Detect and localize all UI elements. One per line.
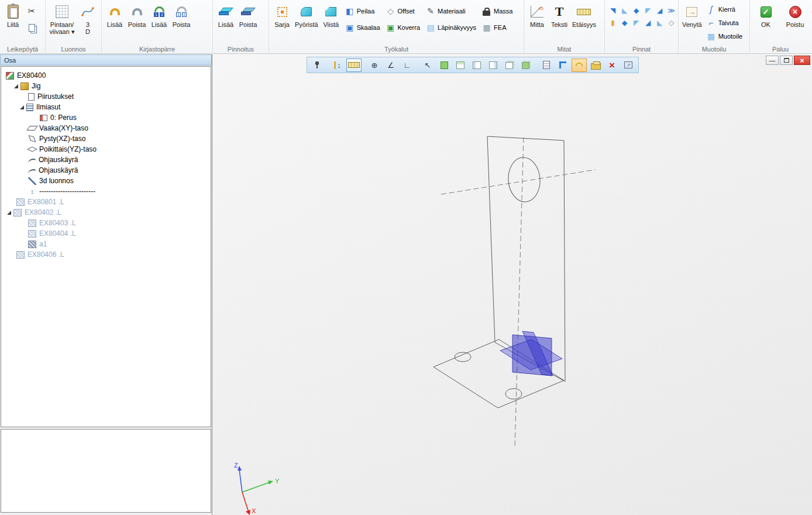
tree-item-base-instance[interactable]: 0: Perus	[1, 112, 211, 123]
tree-item-ex80406[interactable]: EX80406 .L	[1, 249, 211, 260]
offset-button[interactable]: ◇ Offset	[384, 4, 423, 19]
minimize-button[interactable]: —	[766, 56, 779, 65]
stretch-icon: →	[686, 7, 697, 17]
fillet-button[interactable]: Pyöristä	[294, 2, 319, 43]
sketch-on-surface-button[interactable]: Pintaan/ viivaan ▾	[48, 2, 76, 43]
surface-tool-1-button[interactable]: ◥	[607, 5, 618, 16]
plot-button[interactable]	[588, 59, 603, 72]
tree-item-instances[interactable]: Ilmiasut	[1, 102, 211, 112]
ribbon-group-tools: Sarja Pyöristä Viistä ◧ Peilaa ▣	[269, 0, 524, 53]
distance-button[interactable]: Etäisyys	[571, 2, 597, 43]
tree-item-ex80403[interactable]: EX80403 .L	[1, 218, 211, 228]
expand-arrow-icon[interactable]	[7, 211, 11, 215]
hollow-button[interactable]: ▣ Koverra	[384, 20, 423, 35]
tree-item-xy-plane[interactable]: Vaaka(XY)-taso	[1, 123, 211, 133]
sketch-icon	[28, 177, 36, 185]
export-view-button[interactable]: ↗	[621, 59, 636, 72]
tree-item-guide-curve-2[interactable]: Ohjauskäyrä	[1, 165, 211, 176]
badge-1: 1	[154, 12, 159, 17]
surface-tool-3-button[interactable]: ◆	[631, 5, 642, 16]
exit-button[interactable]: × Poistu	[785, 2, 806, 43]
select-filter-button[interactable]: ↖	[420, 59, 435, 72]
tree-item-ex80400[interactable]: EX80400	[1, 70, 211, 81]
copy-icon	[29, 24, 35, 32]
tree-item-a1[interactable]: a1	[1, 239, 211, 249]
tree-item-yz-plane[interactable]: Poikittais(YZ)-taso	[1, 144, 211, 154]
exit-icon: ×	[789, 6, 801, 18]
series-button[interactable]: Sarja	[271, 2, 293, 43]
snap-angle-button[interactable]: ∠	[383, 59, 398, 72]
transparency-button[interactable]: ▤ Läpinäkyvyys	[424, 20, 479, 35]
fea-button[interactable]: ▦ FEA	[480, 20, 515, 35]
dimension-button[interactable]: 45 Mitta	[527, 2, 548, 43]
delete-surface-button[interactable]: ×	[604, 59, 620, 72]
bend-button[interactable]: ⌐ Taivuta	[704, 16, 745, 29]
library-remove-numbered-button[interactable]: 1 2 Poista	[171, 2, 192, 43]
surface-tool-7-button[interactable]: ▮	[607, 18, 618, 29]
view-iso-button[interactable]	[502, 59, 517, 72]
library-add-button[interactable]: Lisää	[104, 2, 125, 43]
surface-tool-9-button[interactable]: ◤	[631, 18, 642, 29]
library-number-badges: 1 2	[154, 12, 164, 17]
snap-node-button[interactable]: ⊕	[367, 59, 382, 72]
maximize-button[interactable]	[780, 56, 793, 65]
twist-button[interactable]: ʃ Kierrä	[704, 3, 745, 16]
tree-item-label: Poikittais(YZ)-taso	[39, 145, 97, 153]
sketch-3d-button[interactable]: 3 D	[77, 2, 98, 43]
pin-button[interactable]	[309, 59, 325, 72]
tree-item-ex80404[interactable]: EX80404 .L	[1, 228, 211, 239]
mass-button[interactable]: Massa	[480, 4, 515, 19]
close-button[interactable]: ×	[794, 56, 810, 65]
twist-icon: ʃ	[707, 5, 716, 14]
tree-item-jig[interactable]: Jig	[1, 81, 211, 91]
scale-button[interactable]: ▣ Skaalaa	[343, 20, 383, 35]
coating-add-button[interactable]: Lisää	[215, 2, 236, 43]
paste-button[interactable]: Liitä	[2, 2, 23, 43]
surface-tool-4-button[interactable]: ◤	[642, 5, 653, 16]
stretch-button[interactable]: → Venytä	[681, 2, 703, 43]
ribbon-group-sketch: Pintaan/ viivaan ▾ 3 D Luonnos	[46, 0, 102, 53]
feature-list-button[interactable]	[539, 59, 554, 72]
tree-item-ex80402[interactable]: EX80402 .L	[1, 207, 211, 218]
coating-remove-button[interactable]: Poista	[238, 2, 259, 43]
ok-button[interactable]: ✓ OK	[755, 2, 776, 43]
mirror-button[interactable]: ◧ Peilaa	[343, 4, 383, 19]
surface-tool-8-button[interactable]: ◆	[619, 18, 630, 29]
tree-item-guide-curve-1[interactable]: Ohjauskäyrä	[1, 154, 211, 165]
surface-tool-12-button[interactable]: ◇	[666, 18, 677, 29]
library-add-numbered-button[interactable]: 1 2 Lisää	[149, 2, 170, 43]
curved-surface-button[interactable]: ◠	[572, 59, 587, 72]
copy-button[interactable]	[25, 20, 39, 35]
snap-perpendicular-button[interactable]: ∟	[400, 59, 415, 72]
surface-tool-11-button[interactable]: ◣	[654, 18, 665, 29]
chamfer-button[interactable]: Viistä	[321, 2, 342, 43]
viewport-3d[interactable]: Z Y X ↕ ⊕ ∠ ∟ ↖	[213, 54, 812, 515]
tree-item-drawings[interactable]: Piirustukset	[1, 91, 211, 102]
copy-surface-button[interactable]	[555, 59, 570, 72]
library-remove-button[interactable]: Poista	[126, 2, 147, 43]
ribbon-group-clipboard: Liitä ✂ Leikepöytä	[0, 0, 46, 53]
measure-height-button[interactable]: ↕	[330, 59, 345, 72]
shape-button[interactable]: ▦ Muotoile	[704, 30, 745, 43]
surface-tool-2-button[interactable]: ◣	[619, 5, 630, 16]
tree-item-ex80801[interactable]: EX80801 .L	[1, 197, 211, 207]
view-front-button[interactable]	[469, 59, 484, 72]
surface-tool-10-button[interactable]: ◢	[642, 18, 653, 29]
view-side-button[interactable]	[486, 59, 501, 72]
material-button[interactable]: ✎ Materiaali	[424, 4, 479, 19]
measure-ruler-button[interactable]	[346, 59, 362, 72]
surface-tool-6-button[interactable]: ≫	[666, 5, 677, 16]
model-canvas[interactable]: Z Y X	[213, 54, 812, 515]
tree-item-3d-sketch[interactable]: 3d luonnos	[1, 176, 211, 186]
text-button[interactable]: T Teksti	[549, 2, 570, 43]
shade-toggle-button[interactable]	[436, 59, 452, 72]
tree-item-separator[interactable]: ↕ ------------------------	[1, 186, 211, 197]
view-top-button[interactable]	[453, 59, 468, 72]
expand-arrow-icon[interactable]	[20, 105, 24, 109]
surface-tool-5-button[interactable]: ◢	[654, 5, 665, 16]
expand-arrow-icon[interactable]	[14, 84, 18, 88]
cut-button[interactable]: ✂	[25, 4, 39, 18]
tree-item-xz-plane[interactable]: Pysty(XZ)-taso	[1, 133, 211, 144]
view-iso-shaded-button[interactable]	[518, 59, 534, 72]
pattern-icon	[277, 7, 287, 17]
